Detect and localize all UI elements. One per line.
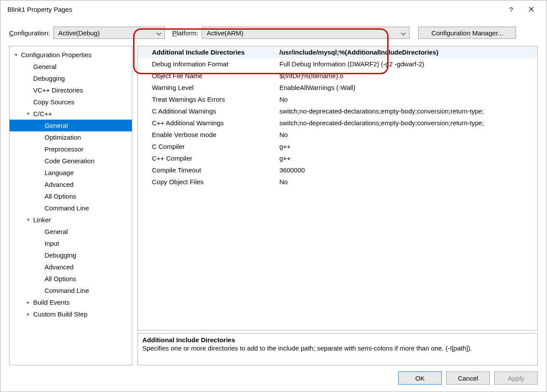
tree-view[interactable]: ▾Configuration PropertiesGeneralDebuggin… <box>9 46 132 365</box>
tree-item[interactable]: Debugging <box>10 72 132 84</box>
property-value[interactable]: 3600000 <box>279 166 537 174</box>
tree-item-label: Configuration Properties <box>21 51 92 58</box>
ok-button[interactable]: OK <box>398 371 442 385</box>
property-row[interactable]: Copy Object FilesNo <box>138 176 537 188</box>
close-button[interactable] <box>521 0 541 18</box>
property-row[interactable]: Compile Timeout3600000 <box>138 164 537 176</box>
property-name: Enable Verbose mode <box>138 131 279 138</box>
tree-item[interactable]: Optimization <box>10 131 132 143</box>
tree-item[interactable]: Input <box>10 237 132 249</box>
tree-item[interactable]: All Options <box>10 273 132 285</box>
configuration-manager-button[interactable]: Configuration Manager... <box>418 27 516 39</box>
property-name: Warning Level <box>138 84 279 91</box>
tree-item-label: All Options <box>45 193 76 200</box>
tree-item[interactable]: ▾Linker <box>10 214 132 226</box>
tree-item[interactable]: Code Generation <box>10 155 132 167</box>
property-grid[interactable]: Additional Include Directories/usr/inclu… <box>138 46 538 330</box>
property-value[interactable]: No <box>279 96 537 103</box>
content: ▾Configuration PropertiesGeneralDebuggin… <box>0 42 547 365</box>
tree-item-label: C/C++ <box>33 110 52 117</box>
property-name: C Additional Warnings <box>138 107 279 115</box>
collapse-icon[interactable]: ▾ <box>25 217 31 223</box>
tree-item[interactable]: Preprocessor <box>10 143 132 155</box>
tree-item[interactable]: Copy Sources <box>10 96 132 108</box>
property-name: Treat Warnings As Errors <box>138 96 279 103</box>
tree-item-label: Debugging <box>33 75 65 82</box>
close-icon <box>529 7 534 12</box>
platform-value: Active(ARM) <box>206 29 243 37</box>
property-value[interactable]: switch;no-deprecated-declarations;empty-… <box>279 107 537 115</box>
tree-item[interactable]: Command Line <box>10 202 132 214</box>
property-row[interactable]: C++ Compilerg++ <box>138 152 537 164</box>
window-title: Blink1 Property Pages <box>7 6 501 13</box>
property-value[interactable]: g++ <box>279 143 537 150</box>
tree-item-label: Advanced <box>45 181 74 188</box>
property-row[interactable]: C++ Additional Warningsswitch;no-depreca… <box>138 117 537 129</box>
property-row[interactable]: C Additional Warningsswitch;no-deprecate… <box>138 105 537 117</box>
tree-item-label: General <box>45 122 68 129</box>
property-value[interactable]: g++ <box>279 155 537 162</box>
tree-item[interactable]: Command Line <box>10 285 132 296</box>
property-row[interactable]: Object File Name$(IntDir)%(filename).o <box>138 70 537 82</box>
tree-item-label: Optimization <box>45 134 81 141</box>
tree-item-label: Linker <box>33 216 51 224</box>
tree-item[interactable]: Advanced <box>10 261 132 273</box>
property-name: Compile Timeout <box>138 166 279 174</box>
tree-item-label: Command Line <box>45 287 89 294</box>
tree-item-label: Language <box>45 169 74 176</box>
tree-item-label: All Options <box>45 275 76 282</box>
property-name: C++ Compiler <box>138 155 279 162</box>
tree-item-label: Command Line <box>45 204 89 212</box>
tree-item-label: Preprocessor <box>45 145 83 153</box>
tree-item[interactable]: General <box>10 61 132 72</box>
property-row[interactable]: Debug Information FormatFull Debug Infor… <box>138 58 537 70</box>
tree-item-label: Build Events <box>33 299 69 306</box>
property-name: C Compiler <box>138 143 279 150</box>
tree-item[interactable]: General <box>10 120 132 131</box>
property-value[interactable]: No <box>279 131 537 138</box>
tree-item-label: Custom Build Step <box>33 310 87 318</box>
tree-item[interactable]: ▸Custom Build Step <box>10 308 132 320</box>
description-title: Additional Include Directories <box>142 336 533 344</box>
tree-item[interactable]: ▸Build Events <box>10 296 132 308</box>
property-row[interactable]: Warning LevelEnableAllWarnings (-Wall) <box>138 82 537 93</box>
tree-item[interactable]: All Options <box>10 190 132 202</box>
tree-item[interactable]: VC++ Directories <box>10 84 132 96</box>
property-value[interactable]: /usr/include/mysql;%(AdditionalIncludeDi… <box>279 48 537 56</box>
tree-item-label: General <box>33 63 56 70</box>
property-row[interactable]: C Compilerg++ <box>138 141 537 152</box>
tree-item[interactable]: General <box>10 226 132 237</box>
property-value[interactable]: No <box>279 178 537 186</box>
configuration-combo[interactable]: Active(Debug) <box>53 27 165 39</box>
property-value[interactable]: Full Debug Information (DWARF2) (-g2 -gd… <box>279 60 537 68</box>
platform-label: Platform: <box>172 29 198 37</box>
configuration-value: Active(Debug) <box>58 29 100 37</box>
property-row[interactable]: Enable Verbose modeNo <box>138 129 537 141</box>
tree-item[interactable]: Advanced <box>10 179 132 190</box>
apply-button[interactable]: Apply <box>494 371 538 385</box>
expand-icon[interactable]: ▸ <box>25 299 31 305</box>
tree-item-label: Copy Sources <box>33 98 74 106</box>
property-value[interactable]: switch;no-deprecated-declarations;empty-… <box>279 119 537 127</box>
tree-item-label: Debugging <box>45 251 76 259</box>
expand-icon[interactable]: ▸ <box>25 311 31 317</box>
tree-item[interactable]: Language <box>10 167 132 179</box>
toolbar: Configuration: Active(Debug) Platform: A… <box>0 18 547 42</box>
tree-item-label: Input <box>45 240 59 247</box>
help-button[interactable]: ? <box>501 0 521 18</box>
tree-item[interactable]: ▾C/C++ <box>10 108 132 120</box>
platform-combo[interactable]: Active(ARM) <box>202 27 409 39</box>
footer: OK Cancel Apply <box>0 365 547 391</box>
property-row[interactable]: Additional Include Directories/usr/inclu… <box>138 46 537 58</box>
property-row[interactable]: Treat Warnings As ErrorsNo <box>138 93 537 105</box>
tree-item[interactable]: Debugging <box>10 249 132 261</box>
description-text: Specifies one or more directories to add… <box>142 344 533 352</box>
property-value[interactable]: EnableAllWarnings (-Wall) <box>279 84 537 91</box>
collapse-icon[interactable]: ▾ <box>25 111 31 117</box>
collapse-icon[interactable]: ▾ <box>13 52 19 58</box>
property-value[interactable]: $(IntDir)%(filename).o <box>279 72 537 79</box>
tree-item-label: VC++ Directories <box>33 86 83 94</box>
cancel-button[interactable]: Cancel <box>446 371 490 385</box>
tree-item[interactable]: ▾Configuration Properties <box>10 49 132 61</box>
configuration-label: Configuration: <box>9 29 50 37</box>
